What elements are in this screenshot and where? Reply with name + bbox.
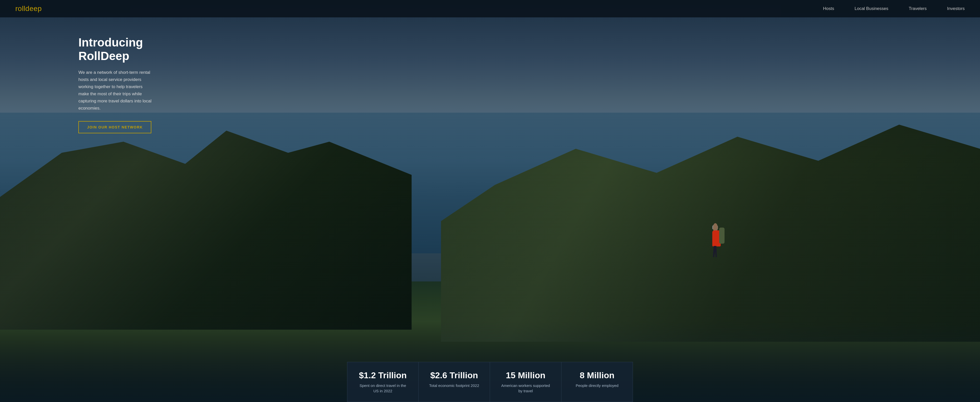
stats-bar: $1.2 Trillion Spent on direct travel in …	[0, 362, 980, 402]
cta-button[interactable]: JOIN OUR HOST NETWORK	[78, 121, 151, 133]
stat-label-2: Total economic footprint 2022	[429, 383, 479, 388]
logo[interactable]: rolldeep	[15, 5, 42, 13]
hero-description: We are a network of short-term rental ho…	[78, 69, 153, 112]
nav-links: Hosts Local Businesses Travelers Investo…	[823, 6, 965, 11]
figure-body	[710, 222, 725, 257]
stat-value-2: $2.6 Trillion	[429, 370, 479, 380]
hero-content: Introducing RollDeep We are a network of…	[0, 0, 153, 133]
stat-card-2: $2.6 Trillion Total economic footprint 2…	[418, 362, 490, 402]
nav-item-investors[interactable]: Investors	[947, 6, 965, 11]
navbar: rolldeep Hosts Local Businesses Traveler…	[0, 0, 980, 18]
nav-item-hosts[interactable]: Hosts	[823, 6, 834, 11]
stat-value-4: 8 Million	[572, 370, 622, 380]
figure-backpack	[719, 228, 724, 244]
stat-card-1: $1.2 Trillion Spent on direct travel in …	[347, 362, 418, 402]
hero-figure	[710, 222, 725, 257]
stat-value-3: 15 Million	[500, 370, 551, 380]
figure-head	[713, 223, 718, 231]
stat-card-4: 8 Million People directly employed	[562, 362, 633, 402]
nav-link-hosts[interactable]: Hosts	[823, 6, 834, 11]
stat-label-4: People directly employed	[572, 383, 622, 388]
nav-link-investors[interactable]: Investors	[947, 6, 965, 11]
stat-label-1: Spent on direct travel in the US in 2022	[358, 383, 408, 394]
stat-card-3: 15 Million American workers supported by…	[490, 362, 562, 402]
stat-label-3: American workers supported by travel	[500, 383, 551, 394]
hero-title: Introducing RollDeep	[78, 36, 153, 63]
nav-item-local-businesses[interactable]: Local Businesses	[854, 6, 888, 11]
stat-value-1: $1.2 Trillion	[358, 370, 408, 380]
nav-link-local-businesses[interactable]: Local Businesses	[854, 6, 888, 11]
nav-item-travelers[interactable]: Travelers	[909, 6, 927, 11]
nav-link-travelers[interactable]: Travelers	[909, 6, 927, 11]
figure-legs	[713, 246, 721, 257]
hero-section: Introducing RollDeep We are a network of…	[0, 0, 980, 402]
logo-text: rolldeep	[15, 5, 42, 13]
